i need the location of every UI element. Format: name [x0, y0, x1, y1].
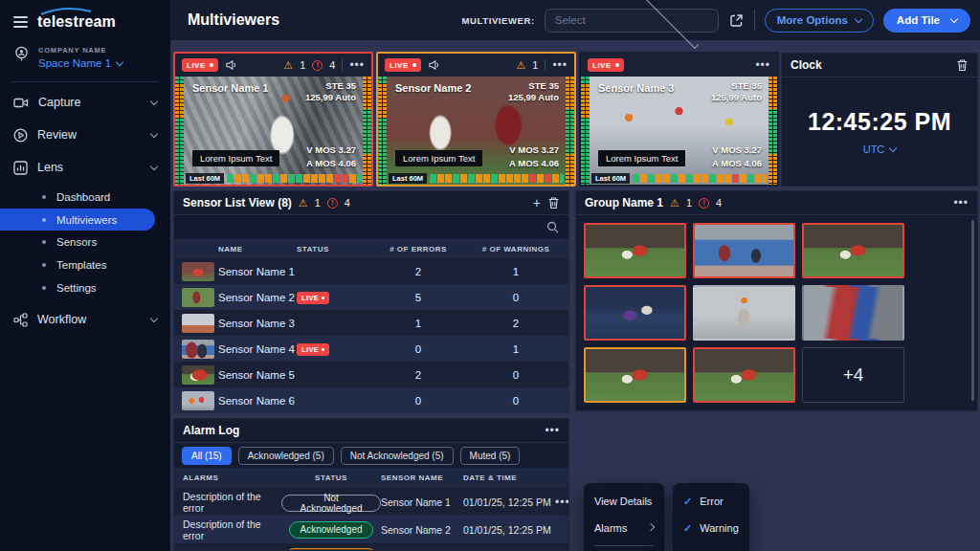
bullet-icon — [42, 286, 46, 290]
group-thumbnail[interactable] — [693, 347, 795, 403]
filter-acknowledged[interactable]: Acknowledged (5) — [238, 447, 334, 465]
divider — [545, 59, 546, 71]
caption-overlay: Lorem Ipsum Text — [598, 150, 685, 166]
menu-item-view-details[interactable]: View Details — [584, 488, 664, 515]
error-count: 4 — [716, 197, 722, 209]
group-thumbnail[interactable] — [693, 223, 795, 278]
error-count: 4 — [345, 197, 350, 209]
sensor-list-panel: Sensor List View (8) ⚠ 1 ! 4 + NAME STAT… — [173, 190, 569, 413]
sidebar: telestream COMPANY NAME Space Name 1 — [0, 0, 170, 551]
trash-icon[interactable] — [956, 58, 969, 72]
table-row[interactable]: Sensor Name 5 2 0 — [174, 362, 568, 387]
table-row[interactable]: Sensor Name 2 LIVE 5 0 — [174, 284, 568, 310]
sensor-list-title: Sensor List View (8) — [183, 196, 292, 209]
history-heatmap — [633, 174, 767, 183]
column-sensor-name: SENSOR NAME — [381, 474, 463, 482]
video-tile-sensor-3[interactable]: LIVE ••• Sensor Name 3 STE 35125,99 Auto… — [579, 52, 779, 187]
sidebar-item-dashboard[interactable]: Dashboard — [0, 186, 170, 209]
clock-time: 12:45:25 PM — [808, 108, 951, 136]
chevron-down-icon — [950, 14, 958, 22]
group-thumbnail[interactable] — [802, 223, 904, 278]
history-heatmap — [430, 174, 564, 183]
audio-meter-left — [378, 77, 387, 185]
group-thumbnail[interactable] — [584, 347, 686, 403]
live-badge: LIVE — [182, 58, 218, 72]
context-menu: View Details Alarms — [584, 483, 664, 551]
menu-icon[interactable] — [13, 13, 28, 31]
submenu-item-warning[interactable]: ✓ Warning — [673, 515, 749, 541]
group-menu-button[interactable]: ••• — [953, 197, 969, 209]
group-grid: +4 — [576, 215, 977, 410]
table-row[interactable] — [174, 543, 568, 551]
sidebar-item-multiviewers[interactable]: Multiviewers — [0, 209, 155, 231]
video-tile-sensor-2[interactable]: LIVE ⚠ 1 ••• Sensor Name 2 STE 35125,99 … — [376, 52, 576, 187]
submenu-item-error[interactable]: ✓ Error — [673, 488, 749, 515]
scrollbar[interactable] — [971, 220, 974, 401]
error-icon: ! — [327, 198, 338, 209]
divider — [594, 545, 654, 546]
sidebar-item-review[interactable]: Review — [0, 119, 170, 151]
external-link-icon — [728, 12, 745, 29]
open-external-button[interactable] — [728, 12, 745, 29]
add-tile-button[interactable]: Add Tile — [883, 9, 970, 33]
table-row[interactable]: Sensor Name 1 2 1 — [174, 258, 568, 284]
sidebar-item-workflow[interactable]: Workflow — [0, 303, 170, 336]
signal-info-overlay: STE 35125,99 Auto — [711, 80, 762, 104]
camera-icon — [13, 97, 29, 109]
page-title: Multiviewers — [188, 11, 279, 29]
speaker-icon[interactable] — [225, 59, 238, 71]
speaker-icon[interactable] — [428, 59, 441, 71]
sidebar-item-sensors[interactable]: Sensors — [0, 231, 170, 253]
filter-all[interactable]: All (15) — [182, 447, 232, 465]
tile-menu-button[interactable]: ••• — [349, 59, 365, 71]
history-label: Last 60M — [591, 173, 630, 184]
multiviewer-select[interactable]: Select — [545, 9, 719, 33]
search-icon[interactable] — [546, 221, 559, 233]
sidebar-item-settings[interactable]: Settings — [0, 276, 170, 299]
sidebar-item-capture[interactable]: Capture — [0, 86, 170, 119]
sidebar-item-lens[interactable]: Lens — [0, 151, 170, 184]
trash-icon[interactable] — [547, 196, 560, 209]
multiviewer-app: telestream COMPANY NAME Space Name 1 — [0, 0, 980, 551]
status-badge: Acknowledged — [289, 521, 372, 539]
timezone-selector[interactable]: UTC — [863, 143, 897, 155]
error-icon: ! — [699, 198, 709, 209]
chevron-down-icon — [150, 314, 158, 321]
more-options-button[interactable]: More Options — [765, 9, 874, 33]
sensor-thumbnail — [182, 262, 214, 281]
search-input[interactable] — [184, 222, 546, 233]
group-thumbnail[interactable] — [584, 223, 686, 278]
tile-menu-button[interactable]: ••• — [755, 59, 770, 71]
row-menu-button[interactable]: ••• — [555, 496, 569, 508]
group-thumbnail[interactable] — [693, 285, 795, 341]
alarm-log-menu-button[interactable]: ••• — [545, 425, 560, 436]
group-overflow-tile[interactable]: +4 — [802, 347, 904, 403]
table-row[interactable]: Sensor Name 4 LIVE 0 1 — [174, 336, 568, 362]
table-row[interactable]: Sensor Name 3 1 2 — [174, 310, 568, 336]
column-name: NAME — [218, 245, 297, 253]
history-strip: Last 60M — [591, 173, 767, 183]
add-icon[interactable]: + — [533, 195, 541, 210]
table-row[interactable]: Sensor Name 6 0 0 — [174, 387, 568, 413]
chevron-down-icon — [116, 57, 123, 65]
group-thumbnail[interactable] — [584, 285, 686, 341]
warning-icon: ⚠ — [283, 60, 293, 71]
caption-overlay: Lorem Ipsum Text — [192, 150, 279, 166]
chevron-down-icon — [150, 162, 158, 169]
sensor-thumbnail — [182, 314, 214, 333]
video-tile-sensor-1[interactable]: LIVE ⚠ 1 ! 4 ••• Sensor Name 1 STE 35125… — [173, 52, 373, 187]
table-row[interactable]: Description of the error Acknowledged Se… — [174, 516, 568, 543]
space-selector[interactable]: Space Name 1 — [38, 57, 122, 69]
sensor-table-header: NAME STATUS # OF ERRORS # OF WARNINGS — [174, 240, 568, 258]
tile-menu-button[interactable]: ••• — [552, 59, 568, 71]
menu-item-alarms[interactable]: Alarms — [584, 515, 664, 541]
sidebar-item-templates[interactable]: Templates — [0, 253, 170, 276]
group-title: Group Name 1 — [585, 196, 663, 209]
filter-muted[interactable]: Muted (5) — [460, 447, 521, 465]
column-status: STATUS — [281, 474, 381, 482]
audio-meter-right — [768, 77, 777, 185]
filter-not-acknowledged[interactable]: Not Acknowledged (5) — [341, 447, 454, 465]
history-strip: Last 60M — [186, 173, 361, 183]
table-row[interactable]: Description of the error Not Acknowledge… — [174, 488, 568, 516]
group-thumbnail[interactable] — [802, 285, 904, 341]
